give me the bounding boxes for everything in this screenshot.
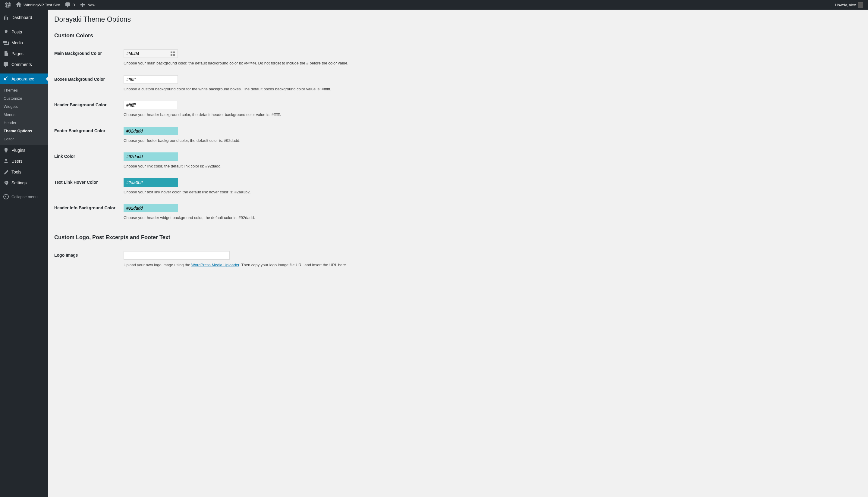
plus-icon [80,2,86,8]
submenu-header[interactable]: Header [0,119,48,127]
sidebar-item-label: Posts [12,29,22,34]
greeting-text: Howdy, alex [835,3,856,7]
desc-text-link-hover: Choose your text link hover color, the d… [124,189,859,195]
appearance-icon [3,76,9,82]
submenu-theme-options[interactable]: Theme Options [0,127,48,135]
desc-footer-bg: Choose your footer background color, the… [124,138,859,144]
color-swatch-icon [170,51,175,56]
input-header-info-bg[interactable] [124,204,169,212]
input-logo-image[interactable] [124,251,230,260]
sidebar-item-comments[interactable]: Comments [0,59,48,70]
label-logo-image: Logo Image [54,247,121,273]
avatar [858,2,863,8]
sidebar-item-tools[interactable]: Tools [0,167,48,178]
tools-icon [3,169,9,175]
sidebar-item-label: Media [12,40,23,45]
label-header-bg: Header Background Color [54,96,121,122]
label-text-link-hover: Text Link Hover Color [54,174,121,200]
input-main-bg[interactable] [124,50,169,57]
media-uploader-link[interactable]: WordPress Media Uploader [191,262,239,267]
color-picker-btn[interactable] [169,50,176,57]
sidebar-item-settings[interactable]: Settings [0,178,48,188]
sidebar-item-plugins[interactable]: Plugins [0,145,48,156]
sidebar-item-users[interactable]: Users [0,156,48,167]
wordpress-icon [5,2,11,8]
sidebar-item-label: Comments [12,62,32,67]
desc-link-color: Choose your link color, the default link… [124,163,859,169]
wp-logo[interactable] [2,0,13,10]
submenu-editor[interactable]: Editor [0,135,48,143]
desc-main-bg: Choose your main background color, the d… [124,60,859,66]
input-link-color[interactable] [124,153,169,160]
media-icon [3,40,9,46]
desc-logo-image: Upload your own logo image using the Wor… [124,262,859,268]
input-text-link-hover[interactable] [124,179,169,186]
section-custom-colors: Custom Colors [54,32,862,39]
sidebar-item-label: Tools [12,170,22,174]
submenu-customize[interactable]: Customize [0,94,48,102]
label-main-bg: Main Background Color [54,45,121,71]
comment-icon [65,2,71,8]
home-icon [16,2,22,8]
comment-icon [3,61,9,68]
sidebar-item-appearance[interactable]: Appearance [0,73,48,84]
page-title: Dorayaki Theme Options [54,13,862,29]
settings-icon [3,180,9,186]
sidebar-item-label: Dashboard [12,15,32,20]
section-custom-logo: Custom Logo, Post Excerpts and Footer Te… [54,235,862,241]
label-footer-bg: Footer Background Color [54,122,121,148]
pin-icon [3,29,9,35]
svg-rect-4 [173,54,175,56]
label-link-color: Link Color [54,148,121,174]
input-footer-bg[interactable] [124,127,169,134]
collapse-menu[interactable]: Collapse menu [0,191,48,202]
svg-rect-1 [171,52,172,53]
comments-link[interactable]: 0 [62,0,77,10]
submenu-widgets[interactable]: Widgets [0,102,48,111]
new-label: New [87,3,95,7]
collapse-icon [3,194,9,200]
input-boxes-bg[interactable] [124,76,169,83]
site-name-text: WinningWP Test Site [24,3,60,7]
sidebar-item-label: Settings [12,181,27,185]
page-icon [3,51,9,57]
desc-header-info-bg: Choose your header widget background col… [124,215,859,221]
sidebar-item-label: Appearance [12,76,34,81]
sidebar-item-dashboard[interactable]: Dashboard [0,12,48,23]
input-header-bg[interactable] [124,101,169,109]
submenu-menus[interactable]: Menus [0,111,48,119]
sidebar-item-pages[interactable]: Pages [0,48,48,59]
comment-count: 0 [73,3,75,7]
svg-rect-2 [173,52,175,53]
sidebar-item-label: Plugins [12,148,25,153]
dashboard-icon [3,14,9,20]
sidebar-item-posts[interactable]: Posts [0,27,48,37]
label-boxes-bg: Boxes Background Color [54,71,121,97]
desc-header-bg: Choose your header background color, the… [124,112,859,118]
users-icon [3,158,9,164]
submenu-themes[interactable]: Themes [0,86,48,94]
sidebar-item-label: Pages [12,51,24,56]
label-header-info-bg: Header Info Background Color [54,199,121,225]
svg-rect-3 [171,54,172,56]
sidebar-item-media[interactable]: Media [0,37,48,48]
sidebar-item-label: Users [12,159,23,164]
site-name-link[interactable]: WinningWP Test Site [13,0,62,10]
desc-boxes-bg: Choose a custom background color for the… [124,86,859,92]
collapse-label: Collapse menu [12,195,38,199]
plugin-icon [3,147,9,153]
new-content-link[interactable]: New [77,0,98,10]
user-greeting[interactable]: Howdy, alex [832,0,866,10]
